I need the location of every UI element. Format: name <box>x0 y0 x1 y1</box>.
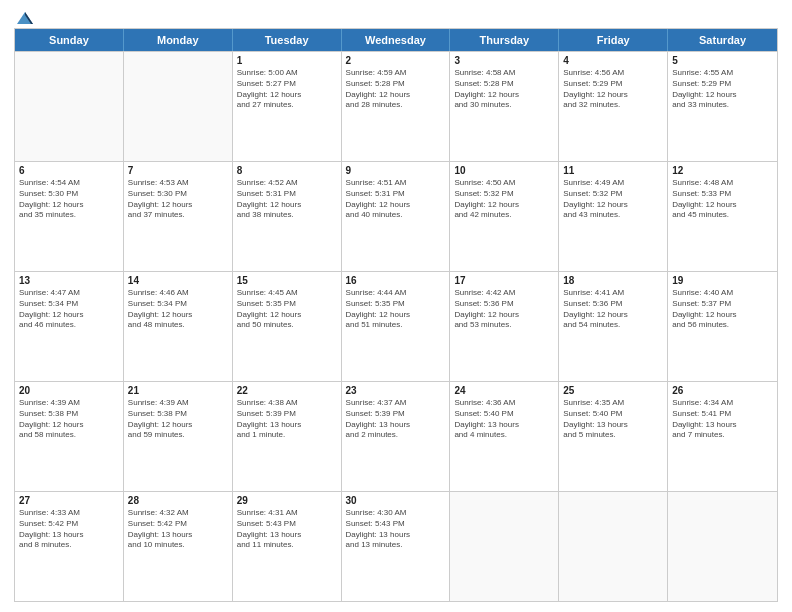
cal-cell: 14Sunrise: 4:46 AM Sunset: 5:34 PM Dayli… <box>124 272 233 381</box>
day-info: Sunrise: 4:34 AM Sunset: 5:41 PM Dayligh… <box>672 398 773 441</box>
day-number: 12 <box>672 165 773 176</box>
cal-cell: 7Sunrise: 4:53 AM Sunset: 5:30 PM Daylig… <box>124 162 233 271</box>
day-info: Sunrise: 4:48 AM Sunset: 5:33 PM Dayligh… <box>672 178 773 221</box>
day-info: Sunrise: 4:53 AM Sunset: 5:30 PM Dayligh… <box>128 178 228 221</box>
cal-cell: 21Sunrise: 4:39 AM Sunset: 5:38 PM Dayli… <box>124 382 233 491</box>
calendar: SundayMondayTuesdayWednesdayThursdayFrid… <box>14 28 778 602</box>
day-info: Sunrise: 4:41 AM Sunset: 5:36 PM Dayligh… <box>563 288 663 331</box>
cal-cell: 1Sunrise: 5:00 AM Sunset: 5:27 PM Daylig… <box>233 52 342 161</box>
day-number: 18 <box>563 275 663 286</box>
cal-week-5: 27Sunrise: 4:33 AM Sunset: 5:42 PM Dayli… <box>15 491 777 601</box>
cal-cell: 3Sunrise: 4:58 AM Sunset: 5:28 PM Daylig… <box>450 52 559 161</box>
cal-header-sunday: Sunday <box>15 29 124 51</box>
header <box>14 10 778 22</box>
cal-week-1: 1Sunrise: 5:00 AM Sunset: 5:27 PM Daylig… <box>15 51 777 161</box>
cal-cell: 12Sunrise: 4:48 AM Sunset: 5:33 PM Dayli… <box>668 162 777 271</box>
day-info: Sunrise: 4:52 AM Sunset: 5:31 PM Dayligh… <box>237 178 337 221</box>
cal-cell: 20Sunrise: 4:39 AM Sunset: 5:38 PM Dayli… <box>15 382 124 491</box>
day-info: Sunrise: 4:32 AM Sunset: 5:42 PM Dayligh… <box>128 508 228 551</box>
cal-cell: 9Sunrise: 4:51 AM Sunset: 5:31 PM Daylig… <box>342 162 451 271</box>
day-number: 9 <box>346 165 446 176</box>
day-number: 20 <box>19 385 119 396</box>
day-info: Sunrise: 4:50 AM Sunset: 5:32 PM Dayligh… <box>454 178 554 221</box>
day-info: Sunrise: 4:59 AM Sunset: 5:28 PM Dayligh… <box>346 68 446 111</box>
day-number: 16 <box>346 275 446 286</box>
calendar-header-row: SundayMondayTuesdayWednesdayThursdayFrid… <box>15 29 777 51</box>
day-number: 30 <box>346 495 446 506</box>
logo <box>14 10 36 22</box>
day-number: 11 <box>563 165 663 176</box>
day-info: Sunrise: 4:35 AM Sunset: 5:40 PM Dayligh… <box>563 398 663 441</box>
day-info: Sunrise: 4:39 AM Sunset: 5:38 PM Dayligh… <box>128 398 228 441</box>
cal-cell: 27Sunrise: 4:33 AM Sunset: 5:42 PM Dayli… <box>15 492 124 601</box>
day-info: Sunrise: 4:49 AM Sunset: 5:32 PM Dayligh… <box>563 178 663 221</box>
day-info: Sunrise: 4:37 AM Sunset: 5:39 PM Dayligh… <box>346 398 446 441</box>
day-info: Sunrise: 4:58 AM Sunset: 5:28 PM Dayligh… <box>454 68 554 111</box>
day-number: 17 <box>454 275 554 286</box>
cal-cell: 24Sunrise: 4:36 AM Sunset: 5:40 PM Dayli… <box>450 382 559 491</box>
day-number: 28 <box>128 495 228 506</box>
day-info: Sunrise: 4:55 AM Sunset: 5:29 PM Dayligh… <box>672 68 773 111</box>
day-number: 23 <box>346 385 446 396</box>
day-info: Sunrise: 5:00 AM Sunset: 5:27 PM Dayligh… <box>237 68 337 111</box>
day-number: 4 <box>563 55 663 66</box>
day-info: Sunrise: 4:31 AM Sunset: 5:43 PM Dayligh… <box>237 508 337 551</box>
day-number: 14 <box>128 275 228 286</box>
cal-cell: 28Sunrise: 4:32 AM Sunset: 5:42 PM Dayli… <box>124 492 233 601</box>
cal-cell: 16Sunrise: 4:44 AM Sunset: 5:35 PM Dayli… <box>342 272 451 381</box>
cal-cell <box>668 492 777 601</box>
day-number: 29 <box>237 495 337 506</box>
cal-cell: 30Sunrise: 4:30 AM Sunset: 5:43 PM Dayli… <box>342 492 451 601</box>
day-info: Sunrise: 4:56 AM Sunset: 5:29 PM Dayligh… <box>563 68 663 111</box>
day-number: 2 <box>346 55 446 66</box>
cal-cell: 5Sunrise: 4:55 AM Sunset: 5:29 PM Daylig… <box>668 52 777 161</box>
day-number: 10 <box>454 165 554 176</box>
cal-cell: 15Sunrise: 4:45 AM Sunset: 5:35 PM Dayli… <box>233 272 342 381</box>
cal-header-thursday: Thursday <box>450 29 559 51</box>
cal-cell: 8Sunrise: 4:52 AM Sunset: 5:31 PM Daylig… <box>233 162 342 271</box>
day-number: 6 <box>19 165 119 176</box>
page: SundayMondayTuesdayWednesdayThursdayFrid… <box>0 0 792 612</box>
day-number: 19 <box>672 275 773 286</box>
day-info: Sunrise: 4:38 AM Sunset: 5:39 PM Dayligh… <box>237 398 337 441</box>
day-info: Sunrise: 4:33 AM Sunset: 5:42 PM Dayligh… <box>19 508 119 551</box>
cal-cell: 29Sunrise: 4:31 AM Sunset: 5:43 PM Dayli… <box>233 492 342 601</box>
day-number: 27 <box>19 495 119 506</box>
day-info: Sunrise: 4:46 AM Sunset: 5:34 PM Dayligh… <box>128 288 228 331</box>
day-info: Sunrise: 4:45 AM Sunset: 5:35 PM Dayligh… <box>237 288 337 331</box>
day-number: 26 <box>672 385 773 396</box>
cal-header-saturday: Saturday <box>668 29 777 51</box>
day-number: 25 <box>563 385 663 396</box>
day-info: Sunrise: 4:40 AM Sunset: 5:37 PM Dayligh… <box>672 288 773 331</box>
day-number: 1 <box>237 55 337 66</box>
day-info: Sunrise: 4:47 AM Sunset: 5:34 PM Dayligh… <box>19 288 119 331</box>
day-number: 7 <box>128 165 228 176</box>
cal-cell: 4Sunrise: 4:56 AM Sunset: 5:29 PM Daylig… <box>559 52 668 161</box>
day-info: Sunrise: 4:54 AM Sunset: 5:30 PM Dayligh… <box>19 178 119 221</box>
day-number: 24 <box>454 385 554 396</box>
cal-week-4: 20Sunrise: 4:39 AM Sunset: 5:38 PM Dayli… <box>15 381 777 491</box>
cal-week-2: 6Sunrise: 4:54 AM Sunset: 5:30 PM Daylig… <box>15 161 777 271</box>
cal-cell: 2Sunrise: 4:59 AM Sunset: 5:28 PM Daylig… <box>342 52 451 161</box>
day-number: 15 <box>237 275 337 286</box>
cal-cell: 10Sunrise: 4:50 AM Sunset: 5:32 PM Dayli… <box>450 162 559 271</box>
day-info: Sunrise: 4:42 AM Sunset: 5:36 PM Dayligh… <box>454 288 554 331</box>
cal-week-3: 13Sunrise: 4:47 AM Sunset: 5:34 PM Dayli… <box>15 271 777 381</box>
cal-header-tuesday: Tuesday <box>233 29 342 51</box>
cal-cell: 6Sunrise: 4:54 AM Sunset: 5:30 PM Daylig… <box>15 162 124 271</box>
day-number: 21 <box>128 385 228 396</box>
calendar-body: 1Sunrise: 5:00 AM Sunset: 5:27 PM Daylig… <box>15 51 777 601</box>
day-info: Sunrise: 4:39 AM Sunset: 5:38 PM Dayligh… <box>19 398 119 441</box>
day-number: 5 <box>672 55 773 66</box>
cal-cell: 22Sunrise: 4:38 AM Sunset: 5:39 PM Dayli… <box>233 382 342 491</box>
day-number: 8 <box>237 165 337 176</box>
cal-cell: 11Sunrise: 4:49 AM Sunset: 5:32 PM Dayli… <box>559 162 668 271</box>
cal-cell <box>124 52 233 161</box>
cal-cell <box>559 492 668 601</box>
day-info: Sunrise: 4:44 AM Sunset: 5:35 PM Dayligh… <box>346 288 446 331</box>
day-info: Sunrise: 4:30 AM Sunset: 5:43 PM Dayligh… <box>346 508 446 551</box>
cal-cell <box>450 492 559 601</box>
cal-cell: 17Sunrise: 4:42 AM Sunset: 5:36 PM Dayli… <box>450 272 559 381</box>
cal-cell: 18Sunrise: 4:41 AM Sunset: 5:36 PM Dayli… <box>559 272 668 381</box>
cal-cell: 13Sunrise: 4:47 AM Sunset: 5:34 PM Dayli… <box>15 272 124 381</box>
